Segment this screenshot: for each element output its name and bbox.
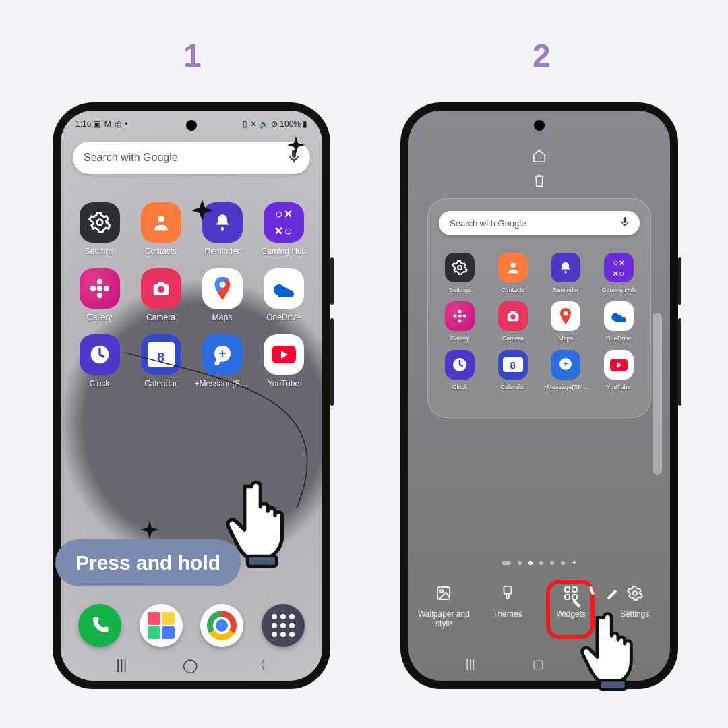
home-outline-icon[interactable]: [408, 148, 670, 166]
dock-chrome[interactable]: [200, 604, 243, 647]
svg-rect-19: [624, 217, 627, 223]
app-label: Camera: [491, 335, 535, 342]
app-onedrive[interactable]: OneDrive: [593, 301, 646, 342]
dock-phone[interactable]: [78, 604, 121, 647]
widgets-highlight: [546, 580, 595, 639]
app-label: Contacts: [133, 247, 189, 256]
action-label: Wallpaper and style: [418, 609, 470, 628]
svg-point-11: [158, 286, 164, 293]
app-youtube[interactable]: YouTube: [593, 350, 646, 390]
app-camera[interactable]: Camera: [487, 301, 540, 342]
dock-app-drawer[interactable]: [262, 604, 305, 647]
nav-home[interactable]: ▢: [533, 657, 544, 673]
app-label: Gallery: [437, 335, 482, 342]
calendar-icon: 8: [498, 350, 528, 380]
nav-recents[interactable]: |||: [466, 657, 475, 673]
step-number-1: 1: [183, 37, 202, 74]
app-label: Maps: [195, 313, 250, 322]
app-message[interactable]: ++Message(SM...: [539, 350, 593, 390]
svg-point-23: [565, 271, 567, 273]
settings-button[interactable]: Settings: [607, 585, 663, 628]
google-search-bar[interactable]: Search with Google: [439, 211, 640, 235]
press-and-hold-callout: Press and hold: [55, 539, 241, 586]
app-camera[interactable]: Camera: [130, 268, 191, 322]
app-label: +Message(SM...: [195, 379, 250, 388]
google-search-bar[interactable]: Search with Google: [73, 142, 310, 174]
app-gallery[interactable]: Gallery: [433, 301, 487, 342]
camera-hole: [534, 120, 545, 131]
app-contacts[interactable]: Contacts: [130, 202, 191, 256]
app-label: Calendar: [133, 379, 189, 388]
app-contacts[interactable]: Contacts: [487, 253, 540, 293]
battery-text: 100%: [280, 119, 301, 129]
next-page-peek[interactable]: [653, 313, 662, 475]
game-icon: ○××○: [264, 202, 304, 243]
app-message[interactable]: + +Message(SM...: [191, 334, 253, 388]
status-icons-right: ▯ ✕ 🔊 ⊘: [243, 119, 278, 129]
svg-point-3: [158, 216, 164, 222]
cloud-icon: [264, 268, 304, 309]
app-clock[interactable]: Clock: [433, 350, 487, 390]
nav-back[interactable]: 〈: [601, 657, 613, 673]
gear-icon: [607, 585, 663, 605]
app-maps[interactable]: Maps: [191, 268, 253, 322]
app-label: Gaming Hub: [597, 286, 641, 293]
youtube-icon: [264, 334, 304, 375]
svg-point-6: [96, 279, 102, 285]
search-placeholder: Search with Google: [84, 152, 178, 164]
svg-point-30: [510, 314, 515, 319]
svg-rect-12: [158, 282, 164, 285]
edit-actions-row: Wallpaper and style Themes Widgets Setti…: [408, 585, 670, 628]
app-label: OneDrive: [256, 313, 311, 322]
svg-point-7: [96, 293, 102, 299]
app-label: Maps: [543, 335, 588, 342]
svg-rect-31: [510, 311, 515, 314]
app-onedrive[interactable]: OneDrive: [253, 268, 314, 322]
nav-back[interactable]: 〈: [253, 656, 266, 674]
app-maps[interactable]: Maps: [539, 301, 593, 342]
app-calendar[interactable]: 8 Calendar: [130, 334, 191, 388]
nav-recents[interactable]: |||: [117, 657, 127, 673]
app-label: +Message(SM...: [543, 384, 588, 390]
app-settings[interactable]: Settings: [69, 202, 130, 256]
nav-home[interactable]: ◯: [183, 657, 198, 673]
dock-samsung-free[interactable]: [140, 604, 183, 647]
camera-hole: [186, 120, 197, 131]
youtube-icon: [604, 350, 634, 380]
app-calendar[interactable]: 8Calendar: [487, 350, 540, 390]
trash-icon[interactable]: [408, 173, 670, 191]
app-gaming-hub[interactable]: ○××○ Gaming Hub: [253, 202, 314, 256]
search-placeholder: Search with Google: [450, 218, 526, 229]
app-label: Camera: [133, 313, 189, 322]
app-clock[interactable]: Clock: [69, 334, 130, 388]
home-edit-screen[interactable]: Search with Google Settings Contacts Rem…: [408, 111, 670, 681]
app-gallery[interactable]: Gallery: [69, 268, 130, 322]
home-screen[interactable]: 1:16 ▣ M ◎ • ▯ ✕ 🔊 ⊘ 100% ▮ Search with …: [61, 111, 322, 681]
svg-point-28: [463, 315, 466, 318]
clock-icon: [80, 334, 120, 375]
page-indicator: +: [408, 558, 670, 568]
app-youtube[interactable]: YouTube: [253, 334, 314, 388]
app-label: Clock: [72, 379, 127, 388]
camera-icon: [498, 301, 528, 331]
app-gaming-hub[interactable]: ○××○Gaming Hub: [593, 253, 646, 293]
themes-button[interactable]: Themes: [479, 585, 536, 628]
app-label: YouTube: [597, 384, 641, 390]
svg-point-8: [90, 286, 96, 292]
app-reminder[interactable]: Reminder: [539, 253, 593, 293]
chat-plus-icon: +: [202, 334, 243, 375]
dock: [61, 604, 322, 647]
svg-point-5: [96, 286, 102, 292]
mic-icon[interactable]: [621, 217, 629, 229]
svg-point-13: [219, 282, 225, 288]
wallpaper-and-style-button[interactable]: Wallpaper and style: [415, 585, 472, 628]
action-label: Settings: [620, 609, 649, 619]
app-label: YouTube: [256, 379, 311, 388]
add-page-icon[interactable]: +: [572, 558, 576, 568]
gear-icon: [80, 202, 120, 243]
step-number-2: 2: [533, 37, 551, 74]
status-icons-left: ▣ M ◎ •: [93, 119, 128, 129]
svg-point-25: [458, 310, 462, 313]
app-settings[interactable]: Settings: [433, 253, 487, 293]
homescreen-preview-card[interactable]: Search with Google Settings Contacts Rem…: [427, 198, 651, 418]
